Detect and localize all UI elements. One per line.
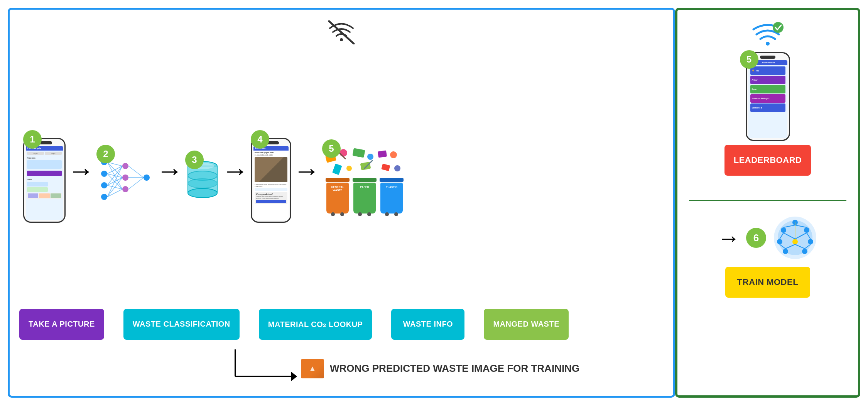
svg-point-57 — [783, 249, 788, 254]
left-section: 1 Let's recycle 40 pts 30 pts — [8, 8, 675, 398]
purple-bar — [27, 171, 62, 176]
svg-point-8 — [122, 186, 128, 192]
arrow3: → — [222, 157, 249, 196]
brain-ml-svg — [772, 215, 818, 261]
svg-point-47 — [766, 42, 770, 46]
pred-btn1 — [255, 188, 287, 191]
step3-badge: 3 — [185, 151, 204, 169]
phone5-screen: Leaderboard 🏆 You Arthur Ryan Someone Ri… — [748, 60, 787, 138]
arrow2: → — [156, 157, 183, 196]
phone1-row1 — [27, 182, 48, 186]
connector-arrow-svg — [224, 349, 301, 388]
right-bottom-area: → 6 — [717, 211, 818, 386]
step5-badge: 5 — [322, 139, 341, 158]
bin-orange-wheels — [331, 212, 344, 216]
wifi-on-svg — [750, 20, 785, 47]
labels-row: TAKE A PICTURE WASTE CLASSIFICATION MATE… — [19, 305, 664, 342]
bin-orange: GENERALWASTE — [326, 178, 350, 214]
items-label: Items — [27, 178, 62, 181]
svg-line-22 — [128, 166, 144, 178]
step2-badge: 2 — [96, 145, 115, 163]
svg-rect-40 — [381, 164, 390, 171]
bin-green: PAPER — [353, 178, 377, 214]
svg-point-53 — [804, 227, 809, 233]
phone1: Let's recycle 40 pts 30 pts Progress Ite… — [23, 138, 66, 223]
step6-badge-area: 6 — [746, 228, 766, 248]
step5-num-badge: 5 — [740, 50, 758, 69]
bin-green-wheels — [358, 212, 371, 216]
wifi-off-area — [19, 17, 664, 44]
svg-point-27 — [188, 188, 217, 198]
pred-title: Predicted paper with — [255, 151, 287, 154]
bin-green-lid — [353, 178, 377, 182]
phone4: Prediction Predicted paper with £1.44444… — [251, 138, 291, 223]
right-section: 5 Leaderboard 🏆 You Arthur Ryan Someone … — [675, 8, 860, 398]
leaderrow3: Ryan — [750, 85, 785, 93]
wrong-pred-image-icon — [301, 359, 324, 378]
svg-point-7 — [122, 175, 128, 181]
bin-green-label: PAPER — [360, 186, 369, 189]
svg-rect-37 — [332, 164, 342, 175]
phone4-body: Predicted paper with £1.4444444444444...… — [253, 151, 289, 205]
svg-point-5 — [101, 194, 107, 200]
wrong-pred-label: WRONG PREDICTED WASTE IMAGE FOR TRAINING — [330, 363, 579, 374]
step5-cell: 5 — [322, 139, 407, 214]
phone5-body: 🏆 You Arthur Ryan Someone Riding Fr... S… — [748, 65, 787, 114]
bin-blue: PLASTIC — [380, 178, 404, 214]
svg-point-9 — [144, 175, 150, 181]
wrong-pred-flow: WRONG PREDICTED WASTE IMAGE FOR TRAINING — [224, 349, 664, 388]
progress-bar-area — [27, 160, 62, 169]
progress-label: Progress — [27, 156, 62, 159]
bin-blue-lid — [380, 178, 404, 182]
step6-num-badge: 6 — [746, 228, 766, 248]
label-take-picture: TAKE A PICTURE — [19, 309, 104, 340]
bin-blue-wheels — [385, 212, 398, 216]
svg-point-55 — [792, 239, 798, 244]
icons-flow-row: 1 Let's recycle 40 pts 30 pts — [19, 48, 664, 305]
svg-line-21 — [107, 189, 122, 197]
svg-point-29 — [188, 179, 217, 188]
svg-point-4 — [101, 182, 107, 188]
svg-point-48 — [773, 22, 784, 33]
label-material-co2: MATERIAL CO₂ LOOKUP — [259, 309, 372, 340]
step3-cell: 3 — [185, 151, 220, 202]
right-top-area: 5 Leaderboard 🏆 You Arthur Ryan Someone … — [724, 20, 811, 191]
svg-point-3 — [101, 171, 107, 177]
bin-orange-body: GENERALWASTE — [326, 183, 349, 214]
step4-badge: 4 — [251, 130, 269, 149]
svg-point-6 — [122, 163, 128, 169]
phone5-notch — [760, 56, 775, 59]
label-managed-waste: MANGED WASTE — [484, 309, 569, 340]
wrong-pred-box: Wrong prediction? Help us train better b… — [255, 192, 287, 204]
phone1-stats: 40 pts 30 pts — [27, 152, 62, 155]
step6-row: → 6 — [717, 215, 818, 261]
phone1-screen: Let's recycle 40 pts 30 pts Progress Ite… — [26, 146, 63, 220]
svg-rect-33 — [352, 148, 365, 158]
phone4-screen: Prediction Predicted paper with £1.44444… — [253, 146, 289, 220]
svg-line-24 — [128, 178, 144, 189]
label-train-model: TRAIN MODEL — [725, 267, 810, 298]
step1-cell: 1 Let's recycle 40 pts 30 pts — [23, 130, 66, 223]
label-waste-info: WASTE INFO — [391, 309, 464, 340]
wifi-off-icon — [326, 17, 357, 44]
step4-cell: 4 Prediction Predicted paper with £1.444… — [251, 130, 291, 223]
item-images — [27, 193, 62, 199]
svg-point-36 — [390, 151, 397, 158]
wifi-on-area — [750, 20, 785, 48]
svg-point-52 — [781, 227, 786, 233]
svg-point-58 — [802, 249, 807, 254]
step5-area: 5 Leaderboard 🏆 You Arthur Ryan Someone … — [746, 52, 790, 141]
phone1-row2 — [27, 187, 48, 192]
svg-point-34 — [367, 154, 373, 160]
svg-point-38 — [346, 166, 352, 171]
label-waste-classification: WASTE CLASSIFICATION — [123, 309, 240, 340]
pred-image — [255, 157, 287, 182]
svg-point-32 — [339, 149, 347, 157]
svg-point-41 — [394, 165, 400, 171]
phone1-body: 40 pts 30 pts Progress Items — [26, 151, 63, 220]
leaderrow2: Arthur — [750, 76, 785, 84]
svg-point-56 — [808, 239, 813, 244]
bin-blue-label: PLASTIC — [386, 186, 397, 189]
label-leaderboard: LEADERBOARD — [724, 145, 811, 176]
svg-rect-35 — [378, 151, 387, 158]
